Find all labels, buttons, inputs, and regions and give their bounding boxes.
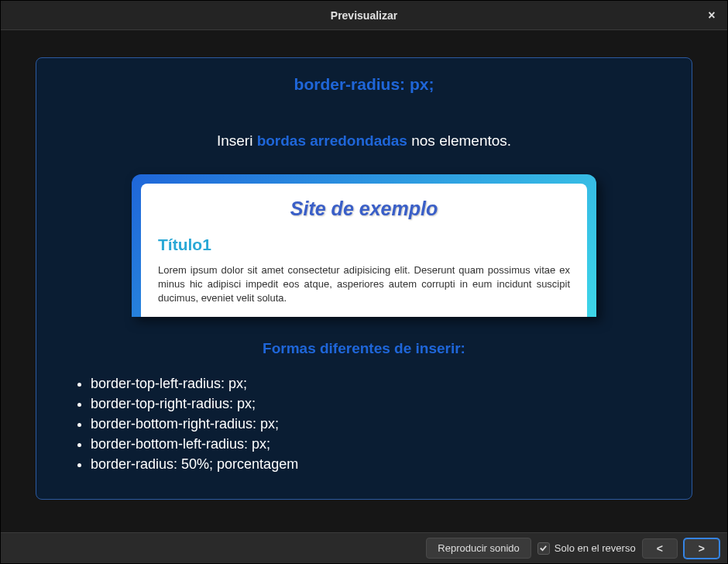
- desc-post: nos elementos.: [407, 132, 511, 149]
- window-title: Previsualizar: [331, 9, 397, 22]
- close-button[interactable]: ×: [704, 8, 719, 23]
- subheading: Formas diferentes de inserir:: [60, 340, 668, 357]
- desc-pre: Inseri: [217, 132, 257, 149]
- preview-card: border-radius: px; Inseri bordas arredon…: [36, 57, 692, 500]
- prev-button[interactable]: <: [642, 538, 678, 559]
- example-inner: Site de exemplo Título1 Lorem ipsum dolo…: [141, 184, 587, 317]
- content-area: border-radius: px; Inseri bordas arredon…: [1, 30, 727, 532]
- variants-list: border-top-left-radius: px; border-top-r…: [60, 374, 668, 475]
- list-item: border-bottom-left-radius: px;: [91, 435, 668, 454]
- example-site-title: Site de exemplo: [158, 198, 570, 220]
- desc-highlight: bordas arredondadas: [257, 132, 407, 149]
- list-item: border-bottom-right-radius: px;: [91, 414, 668, 434]
- example-body: Lorem ipsum dolor sit amet consectetur a…: [158, 263, 570, 306]
- preview-window: Previsualizar × border-radius: px; Inser…: [0, 0, 728, 564]
- footer-toolbar: Reproducir sonido Solo en el reverso < >: [1, 532, 727, 563]
- list-item: border-top-left-radius: px;: [91, 374, 668, 394]
- next-button[interactable]: >: [684, 538, 719, 559]
- list-item: border-radius: 50%; porcentagem: [91, 455, 668, 474]
- list-item: border-top-right-radius: px;: [91, 394, 668, 414]
- play-sound-button[interactable]: Reproducir sonido: [426, 538, 531, 559]
- card-title: border-radius: px;: [60, 75, 668, 94]
- titlebar: Previsualizar ×: [1, 1, 727, 30]
- card-description: Inseri bordas arredondadas nos elementos…: [60, 132, 668, 150]
- reverse-only-checkbox[interactable]: [537, 542, 550, 555]
- reverse-only-label: Solo en el reverso: [555, 542, 636, 554]
- example-outer: Site de exemplo Título1 Lorem ipsum dolo…: [132, 174, 596, 317]
- example-wrap: Site de exemplo Título1 Lorem ipsum dolo…: [60, 174, 668, 317]
- check-icon: [539, 544, 548, 552]
- reverse-only-option[interactable]: Solo en el reverso: [537, 542, 636, 555]
- example-heading: Título1: [158, 236, 570, 254]
